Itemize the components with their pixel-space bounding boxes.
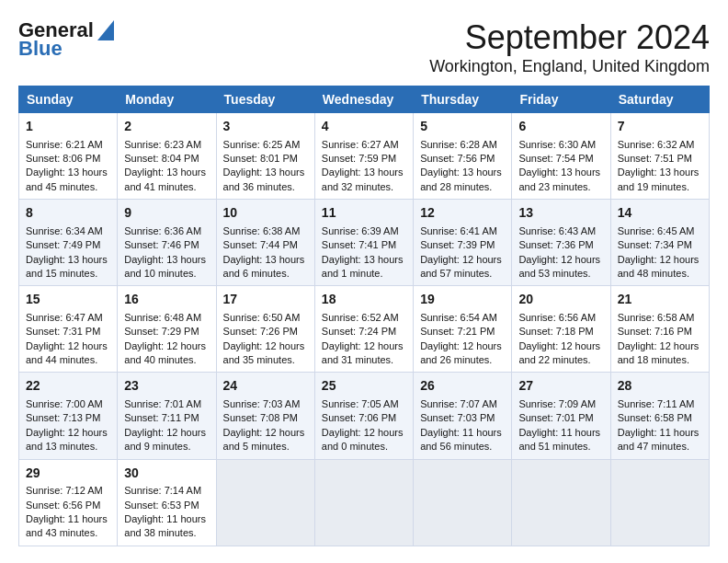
day-info-line: Sunset: 7:39 PM: [420, 238, 505, 252]
day-info-line: and 35 minutes.: [223, 353, 308, 367]
day-info-line: Sunset: 6:53 PM: [124, 499, 209, 512]
day-info-line: Daylight: 12 hours: [322, 339, 406, 353]
calendar-cell: 8Sunrise: 6:34 AMSunset: 7:49 PMDaylight…: [19, 200, 118, 286]
day-info-line: Sunset: 7:59 PM: [322, 152, 406, 166]
day-info-line: Sunrise: 6:47 AM: [26, 311, 110, 325]
calendar-cell: 6Sunrise: 6:30 AMSunset: 7:54 PMDaylight…: [512, 113, 610, 200]
day-number: 4: [322, 118, 406, 136]
day-info-line: Sunrise: 6:27 AM: [322, 138, 406, 152]
calendar-cell: [414, 459, 512, 546]
day-info-line: Sunset: 7:18 PM: [518, 325, 603, 339]
day-info-line: Daylight: 12 hours: [26, 339, 110, 353]
day-info-line: Sunrise: 7:11 AM: [618, 397, 702, 411]
day-info-line: Sunset: 6:58 PM: [618, 411, 702, 425]
calendar-cell: 26Sunrise: 7:07 AMSunset: 7:03 PMDayligh…: [414, 373, 512, 459]
day-info-line: Sunset: 7:21 PM: [420, 325, 505, 339]
calendar-week-row: 1Sunrise: 6:21 AMSunset: 8:06 PMDaylight…: [19, 113, 710, 200]
calendar-cell: 22Sunrise: 7:00 AMSunset: 7:13 PMDayligh…: [19, 373, 118, 459]
day-info-line: Sunrise: 7:03 AM: [223, 397, 308, 411]
day-info-line: Sunrise: 6:41 AM: [420, 224, 505, 238]
day-number: 27: [518, 377, 603, 396]
calendar-cell: 20Sunrise: 6:56 AMSunset: 7:18 PMDayligh…: [512, 286, 610, 373]
calendar-cell: 27Sunrise: 7:09 AMSunset: 7:01 PMDayligh…: [512, 373, 610, 459]
day-info-line: and 28 minutes.: [420, 180, 505, 194]
day-info-line: Sunset: 7:01 PM: [518, 411, 603, 425]
day-info-line: Sunrise: 6:58 AM: [618, 311, 702, 325]
day-number: 20: [518, 291, 603, 309]
day-info-line: Daylight: 11 hours: [618, 426, 702, 440]
day-number: 19: [420, 291, 505, 309]
calendar-cell: 18Sunrise: 6:52 AMSunset: 7:24 PMDayligh…: [314, 286, 413, 373]
calendar-cell: 3Sunrise: 6:25 AMSunset: 8:01 PMDaylight…: [216, 113, 314, 200]
day-info-line: and 1 minute.: [322, 267, 406, 281]
day-info-line: Sunset: 7:31 PM: [26, 325, 110, 339]
day-number: 2: [124, 118, 209, 136]
day-info-line: and 38 minutes.: [124, 526, 209, 540]
page-header: General Blue September 2024 Workington, …: [18, 18, 710, 76]
title-area: September 2024 Workington, England, Unit…: [429, 18, 710, 76]
day-info-line: Sunset: 7:08 PM: [223, 411, 308, 425]
day-number: 5: [420, 118, 505, 136]
day-info-line: Sunset: 7:11 PM: [124, 411, 209, 425]
day-number: 18: [322, 291, 406, 309]
day-info-line: Sunrise: 7:14 AM: [124, 484, 209, 498]
day-info-line: Daylight: 12 hours: [26, 426, 110, 440]
day-info-line: Daylight: 12 hours: [124, 426, 209, 440]
day-info-line: Sunset: 7:49 PM: [26, 238, 110, 252]
day-number: 10: [223, 204, 308, 223]
calendar-cell: 11Sunrise: 6:39 AMSunset: 7:41 PMDayligh…: [314, 200, 413, 286]
day-info-line: and 23 minutes.: [518, 180, 603, 194]
calendar-cell: 28Sunrise: 7:11 AMSunset: 6:58 PMDayligh…: [610, 373, 709, 459]
day-info-line: Sunrise: 6:52 AM: [322, 311, 406, 325]
calendar-cell: 5Sunrise: 6:28 AMSunset: 7:56 PMDaylight…: [414, 113, 512, 200]
calendar-cell: 17Sunrise: 6:50 AMSunset: 7:26 PMDayligh…: [216, 286, 314, 373]
weekday-header-tuesday: Tuesday: [216, 86, 314, 113]
day-info-line: Sunrise: 6:36 AM: [124, 224, 209, 238]
calendar-cell: 9Sunrise: 6:36 AMSunset: 7:46 PMDaylight…: [118, 200, 216, 286]
day-number: 12: [420, 204, 505, 223]
day-info-line: Sunrise: 6:32 AM: [618, 138, 702, 152]
calendar-cell: 12Sunrise: 6:41 AMSunset: 7:39 PMDayligh…: [414, 200, 512, 286]
day-info-line: and 57 minutes.: [420, 267, 505, 281]
day-info-line: Daylight: 13 hours: [322, 166, 406, 179]
day-number: 23: [124, 377, 209, 396]
day-info-line: Sunrise: 7:07 AM: [420, 397, 505, 411]
day-info-line: Daylight: 13 hours: [223, 253, 308, 267]
day-info-line: Sunset: 7:24 PM: [322, 325, 406, 339]
calendar-week-row: 8Sunrise: 6:34 AMSunset: 7:49 PMDaylight…: [19, 200, 710, 286]
day-info-line: Daylight: 13 hours: [618, 166, 702, 179]
day-info-line: Daylight: 13 hours: [124, 166, 209, 179]
day-info-line: Sunset: 7:44 PM: [223, 238, 308, 252]
day-info-line: Sunset: 8:06 PM: [26, 152, 110, 166]
calendar-cell: [610, 459, 709, 546]
day-info-line: and 51 minutes.: [518, 440, 603, 454]
day-info-line: Sunrise: 6:21 AM: [26, 138, 110, 152]
day-number: 21: [618, 291, 702, 309]
calendar-cell: 7Sunrise: 6:32 AMSunset: 7:51 PMDaylight…: [610, 113, 709, 200]
day-number: 9: [124, 204, 209, 223]
calendar-cell: 29Sunrise: 7:12 AMSunset: 6:56 PMDayligh…: [19, 459, 118, 546]
calendar-table: SundayMondayTuesdayWednesdayThursdayFrid…: [18, 86, 710, 546]
day-info-line: Sunset: 7:29 PM: [124, 325, 209, 339]
day-info-line: Sunrise: 7:00 AM: [26, 397, 110, 411]
logo: General Blue: [18, 18, 114, 61]
day-info-line: Sunset: 8:04 PM: [124, 152, 209, 166]
day-info-line: and 56 minutes.: [420, 440, 505, 454]
weekday-header-row: SundayMondayTuesdayWednesdayThursdayFrid…: [19, 86, 710, 113]
day-number: 13: [518, 204, 603, 223]
day-info-line: and 45 minutes.: [26, 180, 110, 194]
day-number: 25: [322, 377, 406, 396]
day-info-line: and 32 minutes.: [322, 180, 406, 194]
day-info-line: and 5 minutes.: [223, 440, 308, 454]
calendar-cell: 16Sunrise: 6:48 AMSunset: 7:29 PMDayligh…: [118, 286, 216, 373]
calendar-cell: 24Sunrise: 7:03 AMSunset: 7:08 PMDayligh…: [216, 373, 314, 459]
day-info-line: Daylight: 13 hours: [26, 253, 110, 267]
day-info-line: Sunrise: 6:50 AM: [223, 311, 308, 325]
day-info-line: Sunset: 7:06 PM: [322, 411, 406, 425]
day-info-line: and 43 minutes.: [26, 526, 110, 540]
day-info-line: Daylight: 12 hours: [223, 339, 308, 353]
calendar-cell: [216, 459, 314, 546]
day-number: 22: [26, 377, 110, 396]
weekday-header-wednesday: Wednesday: [314, 86, 413, 113]
day-info-line: and 40 minutes.: [124, 353, 209, 367]
